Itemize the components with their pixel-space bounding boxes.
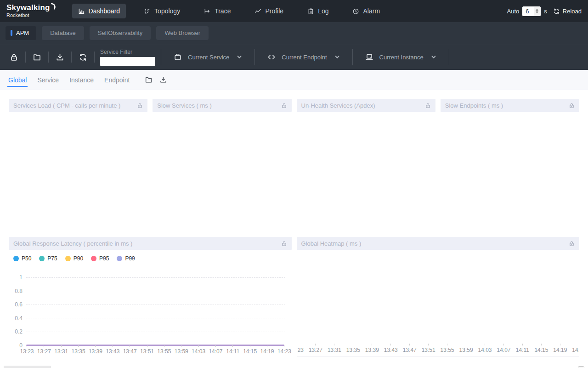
y-axis-tick-label: 0.6 bbox=[15, 301, 23, 308]
export-template-button[interactable] bbox=[49, 53, 71, 62]
x-axis-tick: 13:59 bbox=[174, 345, 188, 355]
tick-mark bbox=[215, 345, 216, 347]
current-instance-selector[interactable]: Current Instance bbox=[353, 53, 449, 61]
x-axis-tick-label: 13:43 bbox=[106, 348, 119, 355]
panel-slow-services: Slow Services ( ms ) bbox=[153, 99, 291, 112]
x-axis-tick-label: 14:19 bbox=[553, 347, 567, 353]
stepper-down-icon[interactable] bbox=[536, 12, 538, 13]
scope-tab-bar: Global Service Instance Endpoint bbox=[0, 70, 588, 90]
folder-icon[interactable] bbox=[145, 76, 153, 84]
x-axis-tick: 13:55 bbox=[440, 344, 454, 353]
tab-endpoint[interactable]: Endpoint bbox=[103, 70, 130, 90]
current-service-selector[interactable]: Current Service bbox=[161, 53, 254, 61]
chevron-down-icon bbox=[237, 54, 242, 60]
legend-dot bbox=[65, 256, 71, 261]
panel-lock-button[interactable] bbox=[569, 103, 575, 109]
x-axis-tick-label: 13:23 bbox=[297, 347, 304, 353]
auto-interval-input[interactable] bbox=[522, 6, 541, 16]
x-axis-tick: 13:35 bbox=[71, 345, 85, 355]
legend-label: P90 bbox=[74, 255, 83, 262]
nav-label: Dashboard bbox=[89, 7, 120, 15]
dashboard-icon bbox=[78, 8, 85, 15]
tab-service[interactable]: Service bbox=[36, 70, 60, 90]
x-axis-tick: 13:23 bbox=[297, 344, 304, 353]
download-icon[interactable] bbox=[159, 76, 167, 84]
panel-lock-button[interactable] bbox=[137, 103, 143, 109]
panel-lock-button[interactable] bbox=[281, 241, 287, 247]
x-axis-tick-label: 13:59 bbox=[175, 348, 188, 355]
x-axis-tick: 14:19 bbox=[553, 344, 567, 353]
layer-tab-apm[interactable]: APM bbox=[6, 26, 36, 40]
import-template-button[interactable] bbox=[26, 53, 48, 62]
service-filter-input[interactable] bbox=[100, 57, 155, 66]
tab-instance[interactable]: Instance bbox=[68, 70, 95, 90]
nav-item-log[interactable]: Log bbox=[301, 4, 334, 18]
bottom-panels-row: Global Response Latency ( percentile in … bbox=[9, 237, 579, 356]
x-axis-tick-label: 13:55 bbox=[441, 347, 454, 353]
tab-global[interactable]: Global bbox=[7, 70, 28, 90]
chevron-down-icon bbox=[334, 54, 340, 60]
panel-lock-button[interactable] bbox=[569, 241, 575, 247]
y-axis-tick-label: 0.8 bbox=[15, 288, 23, 294]
tick-mark bbox=[503, 344, 504, 345]
x-axis-tick-label: 13:27 bbox=[37, 348, 51, 355]
service-filter: Service Filter bbox=[100, 49, 155, 66]
logo-swoosh-icon bbox=[51, 3, 57, 10]
x-axis-tick-label: 13:55 bbox=[157, 348, 171, 355]
panel-title: Services Load ( CPM - calls per minute ) bbox=[13, 102, 137, 109]
current-service-label: Current Service bbox=[188, 54, 229, 61]
layer-tab-web-browser[interactable]: Web Browser bbox=[156, 26, 209, 40]
auto-interval-value[interactable] bbox=[523, 7, 534, 16]
profile-icon bbox=[254, 8, 261, 15]
lock-edit-button[interactable] bbox=[3, 53, 25, 62]
tick-mark bbox=[541, 344, 542, 345]
layer-tab-selfobservability[interactable]: SelfObservability bbox=[90, 26, 151, 40]
legend-item[interactable]: P90 bbox=[65, 255, 83, 262]
legend-item[interactable]: P95 bbox=[91, 255, 109, 262]
tick-mark bbox=[232, 345, 233, 347]
legend-label: P50 bbox=[22, 255, 31, 262]
reload-button[interactable]: Reload bbox=[553, 8, 582, 15]
stepper-up-icon[interactable] bbox=[536, 9, 538, 11]
x-axis-tick-label: 13:39 bbox=[89, 348, 102, 355]
nav-item-profile[interactable]: Profile bbox=[249, 4, 289, 18]
nav-item-topology[interactable]: Topology bbox=[138, 4, 186, 18]
x-axis-tick-label: 14:19 bbox=[260, 348, 274, 355]
layer-tab-database[interactable]: Database bbox=[42, 26, 84, 40]
panel-lock-button[interactable] bbox=[425, 103, 431, 109]
y-axis-tick-label: 1 bbox=[19, 274, 23, 281]
nav-label: Trace bbox=[215, 7, 231, 15]
reload-label: Reload bbox=[563, 8, 582, 15]
legend-item[interactable]: P50 bbox=[13, 255, 31, 262]
lock-icon bbox=[10, 53, 18, 62]
x-axis-tick-label: 14:07 bbox=[209, 348, 222, 355]
x-axis-tick: 13:59 bbox=[459, 344, 473, 353]
tick-mark bbox=[579, 344, 579, 345]
tick-mark bbox=[267, 345, 267, 347]
tick-mark bbox=[485, 344, 485, 345]
nav-item-dashboard[interactable]: Dashboard bbox=[72, 4, 126, 18]
auto-interval-stepper[interactable] bbox=[534, 7, 540, 16]
panel-header: Global Heatmap ( ms ) bbox=[297, 237, 580, 250]
x-axis-tick-label: 13:43 bbox=[384, 347, 398, 353]
x-axis-tick: 13:43 bbox=[106, 345, 120, 355]
refresh-button[interactable] bbox=[72, 53, 94, 62]
legend-item[interactable]: P99 bbox=[117, 255, 135, 262]
legend-item[interactable]: P75 bbox=[39, 255, 57, 262]
auto-interval-unit: s bbox=[544, 8, 547, 15]
panel-lock-button[interactable] bbox=[281, 103, 287, 109]
tick-mark bbox=[250, 345, 250, 347]
nav-item-alarm[interactable]: Alarm bbox=[346, 4, 386, 18]
nav-item-trace[interactable]: Trace bbox=[198, 4, 237, 18]
tick-mark bbox=[27, 345, 27, 347]
legend-label: P75 bbox=[47, 255, 57, 262]
lock-icon bbox=[281, 241, 287, 247]
timezone-stepper[interactable] bbox=[578, 366, 584, 368]
tick-mark bbox=[315, 344, 316, 345]
code-icon bbox=[267, 53, 276, 61]
dashboard-content: Services Load ( CPM - calls per minute )… bbox=[0, 99, 588, 368]
current-endpoint-selector[interactable]: Current Endpoint bbox=[255, 53, 352, 61]
top-nav-bar: Skywalking Rocketbot Dashboard Topology … bbox=[0, 0, 588, 22]
divider bbox=[94, 52, 95, 63]
legend-dot bbox=[91, 256, 96, 261]
